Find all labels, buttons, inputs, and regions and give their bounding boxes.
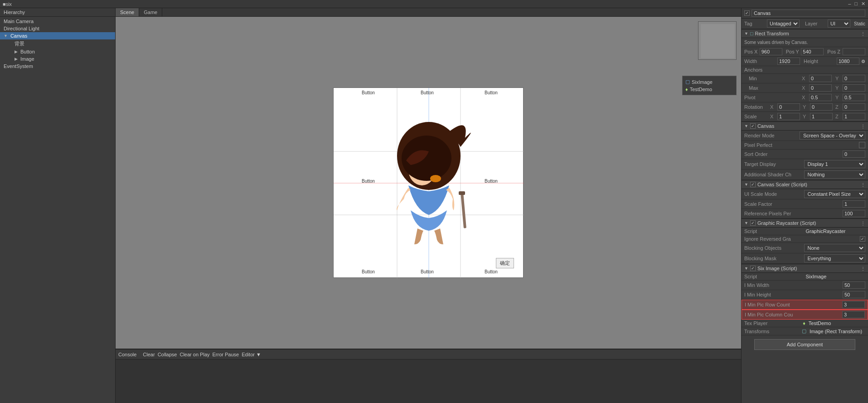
min-width-input[interactable] [843,282,865,289]
target-display-dropdown[interactable]: Display 1 [804,160,866,168]
add-component-button[interactable]: Add Component [754,339,855,350]
console-collapse-btn[interactable]: Collapse [158,352,177,357]
scaler-enabled-check[interactable]: ✓ [750,182,756,187]
canvas-section-header[interactable]: ▼ ✓ Canvas ⋮ [742,121,868,131]
scene-button-top-center: Button [421,90,434,95]
transforms-label: Transforms [744,329,800,334]
tag-dropdown[interactable]: Untagged [767,19,800,28]
raycaster-enabled-check[interactable]: ✓ [750,220,756,226]
scale-factor-label: Scale Factor [744,201,841,207]
scale-label: Scale [744,114,768,119]
posy-input[interactable] [801,48,824,55]
rect-transform-header[interactable]: ▼ □ Rect Transform ⋮ [742,29,868,38]
min-height-label: I Min Height [744,292,841,297]
pivot-y[interactable] [843,94,865,101]
scene-tab[interactable]: Scene [116,8,139,16]
object-name-input[interactable] [752,10,865,17]
blocking-objects-label: Blocking Objects [744,245,802,251]
ref-pixels-row: Reference Pixels Per [742,209,868,218]
project-item-testdemo[interactable]: ♦ TestDemo [684,86,734,93]
hierarchy-item-background[interactable]: 背景 [0,39,115,48]
render-mode-dropdown[interactable]: Screen Space - Overlay [800,131,865,140]
console-clearonplay-btn[interactable]: Clear on Play [179,352,209,357]
rotation-x[interactable] [777,103,800,111]
rotation-y[interactable] [810,103,833,111]
tex-player-val: TestDemo [809,320,865,326]
hierarchy-item-eventsystem[interactable]: EventSystem [0,63,115,70]
scale-z[interactable] [843,113,865,120]
six-image-header[interactable]: ▼ ✓ Six Image (Script) ⋮ [742,264,868,273]
confirm-button[interactable]: 确定 [496,258,514,268]
raycaster-context-btn[interactable]: ⋮ [861,221,865,226]
min-width-row: I Min Width [742,281,868,290]
pixel-perfect-checkbox[interactable] [859,142,865,148]
hierarchy-item-image[interactable]: ▶ Image [0,55,115,63]
pivot-x[interactable] [809,94,832,101]
scale-y[interactable] [810,113,833,120]
siximg-context-btn[interactable]: ⋮ [861,266,865,271]
tag-label: Tag [744,21,765,26]
render-mode-label: Render Mode [744,133,798,138]
object-enabled-checkbox[interactable]: ✓ [744,10,750,16]
rotation-z[interactable] [843,103,865,111]
blocking-objects-dropdown[interactable]: None [804,244,866,252]
min-pic-row-input[interactable] [842,301,865,308]
ignore-reversed-row: Ignore Reversed Gra ✓ [742,235,868,243]
graphic-raycaster-header[interactable]: ▼ ✓ Graphic Raycaster (Script) ⋮ [742,218,868,228]
hierarchy-item-button[interactable]: ▶ Button [0,48,115,55]
ui-scale-dropdown[interactable]: Constant Pixel Size [804,190,866,198]
anchor-max-y[interactable] [843,84,865,92]
console-errorpause-btn[interactable]: Error Pause [213,352,239,357]
scene-view[interactable]: ▢ SixImage ♦ TestDemo [116,17,741,349]
game-tab[interactable]: Game [139,8,162,16]
blocking-objects-row: Blocking Objects None [742,243,868,253]
anchor-min-y[interactable] [843,75,865,82]
posy-label: Pos Y [786,49,800,54]
hierarchy-item-main-camera[interactable]: Main Camera [0,18,115,25]
app-icon: ■ [3,1,6,7]
height-input[interactable] [837,58,859,65]
maximize-btn[interactable]: □ [854,1,858,7]
scene-tabs: Scene Game [116,8,741,17]
scale-factor-row: Scale Factor [742,199,868,209]
layer-dropdown[interactable]: UI [828,19,850,28]
min-height-input[interactable] [843,291,865,298]
close-btn[interactable]: ✕ [861,1,865,7]
minimize-btn[interactable]: – [848,1,851,7]
console-clear-btn[interactable]: Clear [143,352,155,357]
width-input[interactable] [777,58,800,65]
ignore-reversed-check[interactable]: ✓ [860,236,865,242]
console-editor-btn[interactable]: Editor ▼ [242,352,261,357]
additional-shader-dropdown[interactable]: Nothing [804,170,866,179]
posz-input[interactable] [843,48,865,55]
transforms-icon: ▢ [802,328,806,334]
hierarchy-item-canvas[interactable]: ▼ Canvas [0,32,115,39]
scale-factor-input[interactable] [843,200,865,208]
anchor-min-x[interactable] [809,75,832,82]
canvas-enabled-check[interactable]: ✓ [750,123,756,129]
rect-context-btn[interactable]: ⋮ [861,31,865,36]
hierarchy-item-directional-light[interactable]: Directional Light [0,25,115,32]
testdemo-icon: ♦ [685,87,688,92]
anchor-max-x[interactable] [809,84,832,92]
project-item-siximage[interactable]: ▢ SixImage [684,78,734,86]
scaler-context-btn[interactable]: ⋮ [861,182,865,187]
scale-x[interactable] [777,113,800,120]
hierarchy-panel: Hierarchy Main Camera Directional Light … [0,8,116,403]
image-label: Image [20,56,34,62]
min-pic-col-input[interactable] [842,311,865,318]
script-row-siximage: Script SixImage [742,273,868,281]
console-toolbar: Console Clear Collapse Clear on Play Err… [116,350,741,359]
siximg-enabled-check[interactable]: ✓ [750,266,756,271]
image-arrow: ▶ [15,57,18,61]
ref-pixels-input[interactable] [843,210,865,217]
target-display-row: Target Display Display 1 [742,159,868,170]
canvas-context-btn[interactable]: ⋮ [861,124,865,129]
sort-order-input[interactable] [843,151,865,158]
tex-player-row: Tex Player ♦ TestDemo [742,320,868,327]
posx-input[interactable] [760,48,782,55]
blocking-mask-dropdown[interactable]: Everything [804,254,866,262]
rotation-row: Rotation X Y Z [742,102,868,112]
canvas-scaler-header[interactable]: ▼ ✓ Canvas Scaler (Script) ⋮ [742,180,868,189]
wh-context-btn[interactable]: ⚙ [861,59,865,64]
